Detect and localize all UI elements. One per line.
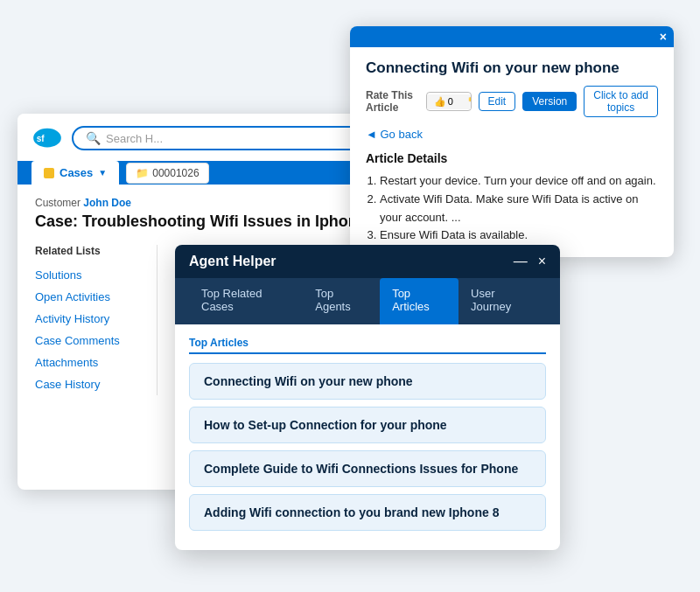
agent-header-controls: — ×: [514, 254, 546, 268]
article-step-1: Restart your device. Turn your device of…: [380, 172, 658, 191]
add-topics-button[interactable]: Click to add topics: [584, 86, 658, 117]
article-window: × Connecting Wifi on your new phone Rate…: [350, 26, 674, 257]
cases-icon: [44, 168, 54, 178]
cases-chevron-icon: ▼: [98, 168, 107, 178]
list-item[interactable]: Connecting Wifi on your new phone: [189, 363, 546, 400]
agent-minimize-button[interactable]: —: [514, 254, 528, 268]
cases-nav-item[interactable]: Cases ▼: [32, 161, 119, 185]
agent-helper-title: Agent Helper: [189, 254, 276, 269]
agent-tabs: Top Related Cases Top Agents Top Article…: [175, 278, 560, 324]
case-id-icon: 📁: [136, 167, 149, 179]
thumbs-up-icon: 👍: [434, 96, 446, 108]
list-item[interactable]: Adding Wifi connection to you brand new …: [189, 494, 546, 531]
sidebar-item-case-history[interactable]: Case History: [35, 373, 146, 395]
sidebar-item-case-comments[interactable]: Case Comments: [35, 330, 146, 352]
tab-user-journey[interactable]: User Journey: [458, 278, 546, 324]
agent-close-button[interactable]: ×: [538, 254, 546, 268]
article-item-title: How to Set-up Connection for your phone: [204, 418, 531, 432]
article-step-2: Activate Wifi Data. Make sure Wifi Data …: [380, 191, 658, 227]
article-window-header: ×: [350, 26, 674, 47]
agent-helper-header: Agent Helper — ×: [175, 245, 560, 278]
article-item-title: Connecting Wifi on your new phone: [204, 374, 531, 388]
case-id: 00001026: [152, 167, 199, 179]
thumbs-up-button[interactable]: 👍 0: [427, 94, 460, 109]
sidebar-item-solutions[interactable]: Solutions: [35, 264, 146, 286]
go-back-link[interactable]: ◄ Go back: [366, 128, 423, 141]
list-item[interactable]: Complete Guide to Wifi Connections Issue…: [189, 450, 546, 487]
thumbs-down-button[interactable]: 👎 0: [460, 94, 472, 109]
cases-label: Cases: [60, 166, 93, 179]
thumbs-up-count: 0: [448, 96, 453, 107]
thumbs-down-icon: 👎: [467, 96, 472, 108]
sidebar-nav: Related Lists Solutions Open Activities …: [35, 245, 158, 395]
agent-body: Top Articles Connecting Wifi on your new…: [175, 324, 560, 550]
customer-name[interactable]: John Doe: [83, 197, 131, 209]
vote-group: 👍 0 👎 0: [426, 92, 472, 111]
article-item-title: Adding Wifi connection to you brand new …: [204, 505, 531, 519]
article-details-title: Article Details: [366, 151, 658, 165]
article-step-3: Ensure Wifi Data is available.: [380, 226, 658, 245]
article-close-button[interactable]: ×: [660, 30, 667, 44]
tab-top-related-cases[interactable]: Top Related Cases: [189, 278, 303, 324]
sidebar-item-activity-history[interactable]: Activity History: [35, 308, 146, 330]
article-title: Connecting Wifi on your new phone: [366, 59, 658, 77]
article-actions: Rate This Article 👍 0 👎 0 Edit Version C…: [366, 86, 658, 117]
article-body: Connecting Wifi on your new phone Rate T…: [350, 47, 674, 257]
related-lists-title: Related Lists: [35, 245, 146, 257]
article-item-title: Complete Guide to Wifi Connections Issue…: [204, 462, 531, 476]
search-placeholder: Search H...: [106, 132, 163, 145]
edit-button[interactable]: Edit: [479, 92, 516, 111]
sidebar-item-open-activities[interactable]: Open Activities: [35, 286, 146, 308]
agent-helper-window: Agent Helper — × Top Related Cases Top A…: [175, 245, 560, 550]
sidebar-item-attachments[interactable]: Attachments: [35, 352, 146, 373]
case-id-badge[interactable]: 📁 00001026: [126, 163, 208, 184]
article-steps: Restart your device. Turn your device of…: [366, 172, 658, 245]
tab-top-agents[interactable]: Top Agents: [303, 278, 380, 324]
rate-label: Rate This Article: [366, 89, 419, 114]
top-articles-label: Top Articles: [189, 337, 546, 354]
search-icon: 🔍: [86, 131, 101, 145]
list-item[interactable]: How to Set-up Connection for your phone: [189, 407, 546, 443]
tab-top-articles[interactable]: Top Articles: [380, 278, 458, 324]
svg-text:sf: sf: [37, 134, 46, 143]
version-button[interactable]: Version: [522, 92, 577, 111]
salesforce-logo: sf: [32, 122, 63, 154]
